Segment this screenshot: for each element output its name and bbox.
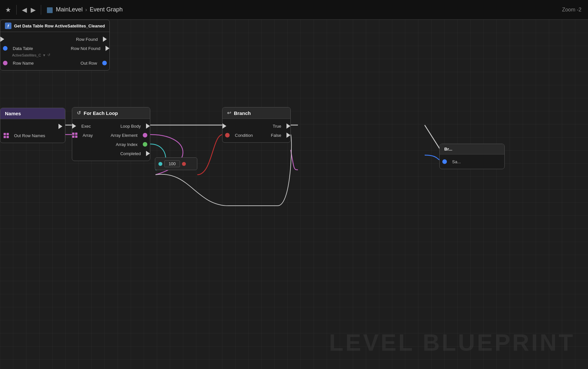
pin-row-branch2-sa: Sa...: [440, 157, 504, 166]
true-pin[interactable]: [286, 123, 290, 129]
array-label: Array: [79, 133, 96, 138]
row-not-found-label: Row Not Found: [68, 46, 104, 51]
foreach-icon: ↺: [77, 110, 81, 116]
getdt-exec-in[interactable]: [0, 37, 4, 42]
node-names-body: Out Row Names: [0, 119, 65, 143]
pin-row-exec-true: True: [222, 121, 290, 131]
node-branch2-header: Br...: [440, 144, 504, 154]
pin-row-exec-rowfound: Row Found: [0, 35, 109, 44]
pin-row-arrayindex: Array Index: [72, 140, 150, 149]
pin-row-outrownames: Out Row Names: [0, 131, 65, 140]
breadcrumb: ▦ MainLevel › Event Graph: [46, 6, 122, 14]
branch-icon: ↩: [227, 110, 231, 116]
true-label: True: [270, 124, 285, 129]
blueprint-canvas[interactable]: Names Out Row Names ↺ For Each Loop: [0, 20, 588, 369]
pin-row-datatable-rownotfound: Data Table Row Not Found: [0, 44, 109, 53]
exec-in-pin[interactable]: [72, 123, 76, 129]
node-getdatatable-title: Get Data Table Row ActiveSatellites_Clea…: [14, 24, 105, 28]
grid-background: [0, 20, 588, 369]
datatable-subtext: ActiveSatellites_C ▼ ↺: [0, 53, 109, 58]
back-button[interactable]: ◀: [22, 6, 27, 14]
topbar: ★ ◀ ▶ ▦ MainLevel › Event Graph Zoom -2: [0, 0, 588, 20]
array-in-pin[interactable]: [72, 133, 77, 138]
branch2-sa-label: Sa...: [449, 159, 464, 164]
completed-pin[interactable]: [146, 151, 150, 156]
node-names: Names Out Row Names: [0, 108, 65, 143]
datatable-label: Data Table: [9, 46, 36, 51]
row-found-pin[interactable]: [103, 37, 107, 42]
breadcrumb-graph[interactable]: Event Graph: [90, 6, 122, 13]
getdatatable-func-icon: f: [5, 23, 11, 29]
node-get-data-table-row: f Get Data Table Row ActiveSatellites_Cl…: [0, 20, 110, 71]
loop-body-label: Loop Body: [117, 124, 144, 129]
node-names-header: Names: [0, 108, 65, 119]
array-element-pin[interactable]: [143, 133, 147, 137]
pin-row-exec-out: [0, 122, 65, 131]
node-branch2-partial: Br... Sa...: [439, 144, 505, 169]
branch2-sa-pin[interactable]: [442, 159, 447, 164]
node-foreach-title: For Each Loop: [84, 110, 118, 116]
node-branch-header: ↩ Branch: [222, 107, 290, 119]
node-value: 100: [155, 157, 197, 170]
array-element-label: Array Element: [107, 133, 141, 138]
branch2-title: Br...: [444, 147, 452, 152]
completed-label: Completed: [117, 151, 144, 156]
value-out-pin[interactable]: [182, 162, 186, 166]
exec-label: Exec: [78, 124, 94, 129]
value-input[interactable]: 100: [164, 160, 180, 167]
pin-row-exec-loopbody: Exec Loop Body: [72, 121, 150, 131]
false-pin[interactable]: [286, 133, 290, 138]
zoom-label: Zoom -2: [562, 7, 581, 13]
out-row-names-pin-icon[interactable]: [4, 133, 9, 138]
separator-1: [16, 5, 17, 15]
node-branch-body: True Condition False: [222, 119, 290, 142]
star-icon[interactable]: ★: [5, 6, 11, 14]
node-foreach-header: ↺ For Each Loop: [72, 107, 150, 119]
forward-button[interactable]: ▶: [31, 6, 36, 14]
out-row-label: Out Row: [77, 61, 101, 66]
out-row-names-label: Out Row Names: [11, 133, 48, 138]
node-getdatatable-body: Row Found Data Table Row Not Found Activ…: [0, 32, 109, 70]
node-names-title: Names: [5, 111, 21, 116]
condition-pin[interactable]: [225, 133, 230, 137]
branch-exec-in[interactable]: [222, 123, 226, 129]
breadcrumb-arrow: ›: [85, 7, 87, 13]
node-branch-title: Branch: [234, 110, 251, 116]
pin-row-array-arrayelement: Array Array Element: [72, 131, 150, 140]
false-label: False: [268, 133, 285, 138]
datatable-value: ActiveSatellites_C: [12, 53, 41, 57]
exec-out-pin[interactable]: [58, 124, 62, 129]
rowname-pin[interactable]: [3, 61, 8, 65]
node-branch: ↩ Branch True Condition: [222, 107, 291, 143]
pin-row-condition-false: Condition False: [222, 131, 290, 140]
array-index-pin[interactable]: [143, 142, 147, 147]
rowname-label: Row Name: [9, 61, 37, 66]
pin-row-rowname-outrow: Row Name Out Row: [0, 58, 109, 68]
out-row-pin[interactable]: [102, 61, 107, 65]
row-found-label: Row Found: [73, 37, 101, 42]
node-foreach-body: Exec Loop Body Array Array Element: [72, 119, 150, 161]
separator-2: [41, 5, 41, 15]
datatable-pin[interactable]: [3, 46, 8, 51]
breadcrumb-level[interactable]: MainLevel: [56, 6, 83, 13]
node-getdatatable-header: f Get Data Table Row ActiveSatellites_Cl…: [0, 20, 109, 32]
blueprint-icon: ▦: [46, 6, 53, 14]
loop-body-pin[interactable]: [146, 123, 150, 129]
row-not-found-pin[interactable]: [106, 46, 109, 51]
condition-label: Condition: [232, 133, 256, 138]
array-index-label: Array Index: [113, 142, 141, 147]
value-in-pin[interactable]: [158, 162, 162, 166]
node-branch2-body: Sa...: [440, 154, 504, 169]
node-for-each-loop: ↺ For Each Loop Exec Loop Body: [72, 107, 150, 161]
pin-row-completed: Completed: [72, 149, 150, 158]
